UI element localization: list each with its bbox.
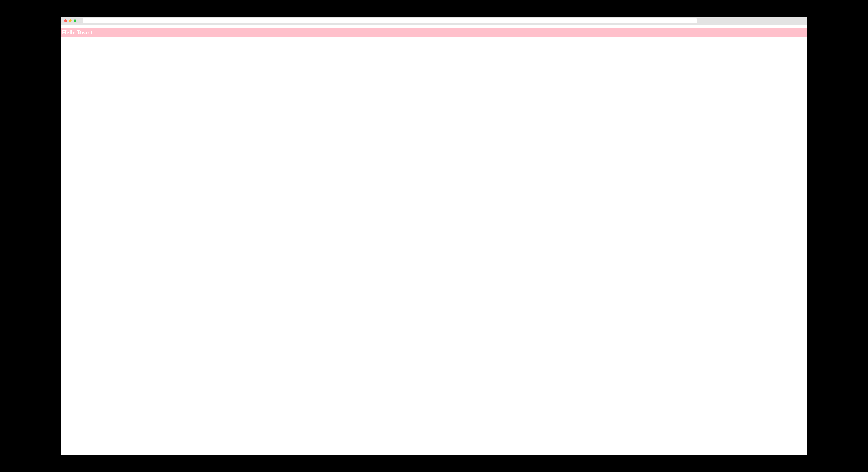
traffic-lights (64, 19, 76, 22)
address-bar-input[interactable] (83, 18, 697, 23)
maximize-icon[interactable] (73, 19, 76, 22)
browser-window: Hello React (61, 17, 807, 455)
browser-chrome (61, 17, 807, 25)
browser-content: Hello React (61, 25, 807, 455)
minimize-icon[interactable] (69, 19, 72, 22)
close-icon[interactable] (64, 19, 67, 22)
page-heading: Hello React (61, 28, 807, 36)
